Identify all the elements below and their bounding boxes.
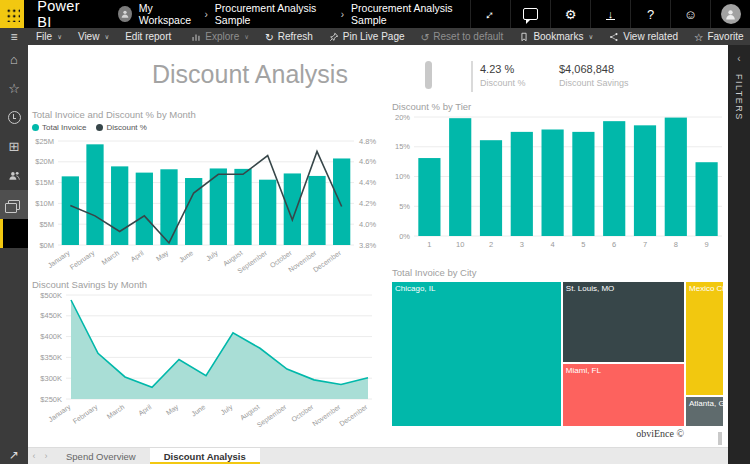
nav-current-workspace-item[interactable]	[0, 219, 28, 248]
fullscreen-icon[interactable]: ↕	[470, 0, 510, 28]
explore-chart-icon	[191, 32, 201, 42]
view-menu[interactable]: View∨	[70, 28, 117, 45]
kpi-value: 4.23 %	[480, 63, 526, 75]
kpi-label: Discount Savings	[559, 78, 629, 88]
obvience-credit: obviEnce ©	[584, 428, 684, 439]
svg-text:$450K: $450K	[40, 311, 62, 320]
bookmarks-menu[interactable]: Bookmarks∨	[511, 28, 601, 45]
report-canvas: Discount Analysis 4.23 % Discount % $4,0…	[28, 45, 723, 447]
svg-text:10: 10	[456, 240, 464, 249]
breadcrumb-report[interactable]: Procurement Analysis Sample	[351, 2, 470, 26]
svg-text:July: July	[219, 403, 234, 417]
top-bar-actions: ↕ ⚙ ↓ ? ☺	[470, 0, 750, 28]
svg-text:2: 2	[489, 240, 493, 249]
filters-panel-collapsed[interactable]: ‹ FILTERS	[728, 45, 750, 464]
nav-recent-icon[interactable]	[0, 103, 28, 132]
chevron-down-icon: ∨	[244, 33, 249, 41]
legend-item: Total Invoice	[32, 123, 86, 132]
chart-title: Total Invoice and Discount % by Month	[32, 109, 390, 121]
svg-text:7: 7	[643, 240, 647, 249]
chart-total-invoice-discount-by-month[interactable]: Total Invoice and Discount % by Month To…	[32, 109, 390, 287]
nav-apps-icon[interactable]: ⊞	[0, 132, 28, 161]
treemap-tile[interactable]: Atlanta, GA	[686, 397, 723, 426]
feedback-smiley-icon[interactable]: ☺	[670, 0, 710, 28]
treemap-tiles: Chicago, ILSt. Louis, MOMiami, FLMexico …	[392, 282, 723, 426]
settings-gear-icon[interactable]: ⚙	[550, 0, 590, 28]
svg-text:9: 9	[705, 240, 709, 249]
download-icon[interactable]: ↓	[590, 0, 630, 28]
svg-text:February: February	[72, 403, 100, 426]
svg-text:8: 8	[674, 240, 678, 249]
svg-text:March: March	[106, 403, 126, 420]
svg-text:$15M: $15M	[35, 178, 54, 187]
kpi-discount-pct: 4.23 % Discount %	[480, 63, 526, 88]
chart-discount-savings-by-month[interactable]: Discount Savings by Month $250K$300K$350…	[32, 279, 378, 445]
treemap-tile[interactable]: St. Louis, MO	[563, 282, 684, 362]
treemap-tile-label: St. Louis, MO	[563, 282, 684, 293]
top-app-bar: Power BI My Workspace › Procurement Anal…	[0, 0, 750, 28]
svg-text:January: January	[47, 403, 72, 424]
svg-text:$0M: $0M	[39, 241, 54, 250]
svg-text:January: January	[46, 249, 71, 270]
treemap-tile[interactable]: Miami, FL	[563, 364, 684, 426]
chart-discount-by-tier[interactable]: Discount % by Tier 0%5%10%15%20%11023456…	[392, 101, 723, 257]
svg-text:0%: 0%	[399, 232, 410, 241]
svg-text:$500K: $500K	[40, 291, 62, 300]
app-launcher-waffle-icon[interactable]	[0, 0, 24, 28]
treemap-tile[interactable]: Chicago, IL	[392, 282, 561, 426]
bar-chart-plot[interactable]: 0%5%10%15%20%11023456789	[392, 113, 723, 253]
tab-spend-overview[interactable]: Spend Overview	[52, 448, 150, 464]
chart-total-invoice-by-city-treemap[interactable]: Total Invoice by City Chicago, ILSt. Lou…	[392, 267, 723, 426]
svg-text:April: April	[137, 403, 153, 418]
pin-icon	[329, 32, 339, 42]
treemap-tile[interactable]: Mexico Cit...	[686, 282, 723, 395]
svg-text:$300K: $300K	[40, 374, 62, 383]
svg-text:$5M: $5M	[39, 220, 54, 229]
favorite-button[interactable]: ☆Favorite	[686, 28, 750, 45]
edit-report-button[interactable]: Edit report	[117, 28, 179, 45]
user-avatar[interactable]	[710, 0, 750, 28]
tabs-scroll-left-icon[interactable]: ‹	[28, 448, 40, 464]
sidebar-expand-icon[interactable]: ↗	[0, 448, 28, 462]
help-icon[interactable]: ?	[630, 0, 670, 28]
breadcrumb-my-workspace[interactable]: My Workspace	[139, 2, 198, 26]
people-icon	[8, 169, 21, 182]
nav-favorites-icon[interactable]: ☆	[0, 74, 28, 103]
nav-workspaces-icon[interactable]	[0, 190, 28, 219]
svg-text:15%: 15%	[395, 142, 410, 151]
view-related-button[interactable]: View related	[601, 28, 686, 45]
toolbar-right-actions: ↺Reset to default Bookmarks∨ View relate…	[413, 28, 750, 45]
combo-chart-plot[interactable]: $0M3.8%$5M4.0%$10M4.2%$15M4.4%$20M4.6%$2…	[32, 133, 390, 283]
related-network-icon	[609, 32, 619, 42]
workspace-avatar[interactable]	[118, 6, 132, 22]
nav-hamburger-icon[interactable]: ≡	[0, 30, 28, 44]
tabs-scroll-right-icon[interactable]: ›	[40, 448, 52, 464]
svg-text:July: July	[205, 249, 220, 263]
breadcrumb-app[interactable]: Procurement Analysis Sample	[215, 2, 334, 26]
svg-text:4.4%: 4.4%	[359, 178, 376, 187]
nav-shared-with-me-icon[interactable]	[0, 161, 28, 190]
kpi-scrollbar-thumb[interactable]	[425, 61, 432, 89]
svg-text:$400K: $400K	[40, 332, 62, 341]
treemap-tile-label: Mexico Cit...	[686, 282, 723, 293]
expand-filters-chevron-icon[interactable]: ‹	[737, 53, 740, 64]
powerbi-logo[interactable]: Power BI	[37, 0, 90, 30]
svg-text:December: December	[338, 403, 369, 428]
refresh-button[interactable]: ↻Refresh	[257, 28, 321, 45]
reset-icon: ↺	[421, 31, 430, 43]
chart-title: Discount % by Tier	[392, 101, 723, 113]
person-icon	[120, 9, 130, 19]
tab-discount-analysis[interactable]: Discount Analysis	[150, 448, 260, 464]
explore-menu: Explore∨	[183, 28, 257, 45]
svg-text:$25M: $25M	[35, 137, 54, 146]
svg-text:May: May	[165, 403, 181, 417]
file-menu[interactable]: File∨	[28, 28, 70, 45]
nav-home-icon[interactable]: ⌂	[0, 45, 28, 74]
area-chart-plot[interactable]: $250K$300K$350K$400K$450K$500KJanuaryFeb…	[32, 291, 378, 441]
treemap-tile-label: Miami, FL	[563, 364, 684, 375]
svg-text:March: March	[100, 249, 120, 266]
canvas-scrollbar-thumb[interactable]	[718, 432, 722, 445]
pin-live-page-button[interactable]: Pin Live Page	[321, 28, 413, 45]
svg-text:$350K: $350K	[40, 353, 62, 362]
comments-icon[interactable]	[510, 0, 550, 28]
